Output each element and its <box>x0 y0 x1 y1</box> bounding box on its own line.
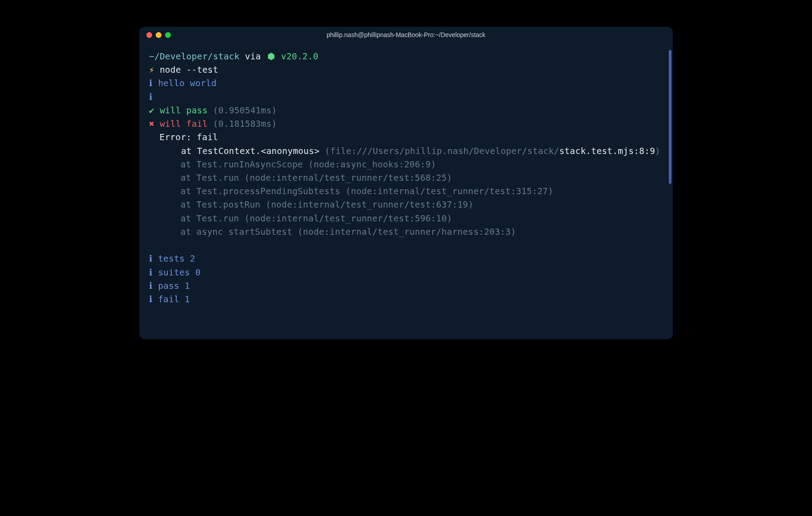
stack-at-file: stack.test.mjs:8:9 <box>559 146 655 156</box>
check-icon: ✔ <box>149 105 154 116</box>
pass-time: (0.950541ms) <box>213 105 277 116</box>
command-line: ⚡ node --test <box>149 63 663 77</box>
node-icon: ⬢ <box>266 50 276 63</box>
terminal-body[interactable]: ~/Developer/stack via ⬢ v20.2.0 ⚡ node -… <box>139 43 673 339</box>
cross-icon: ✖ <box>149 119 154 129</box>
minimize-button[interactable] <box>156 32 162 38</box>
info-icon: ℹ <box>149 294 153 304</box>
stack-line-2: at Test.runInAsyncScope (node:async_hook… <box>149 158 663 171</box>
summary-suites: ℹ suites 0 <box>149 266 663 279</box>
summary-tests: ℹ tests 2 <box>149 252 663 266</box>
info-icon: ℹ <box>149 267 153 278</box>
scrollbar[interactable] <box>669 50 671 184</box>
prompt-symbol: ⚡ <box>149 65 154 75</box>
stack-at-prefix: at TestContext.<anonymous> <box>181 146 325 156</box>
traffic-lights <box>146 32 171 38</box>
summary-fail-text: fail 1 <box>158 294 190 304</box>
stack-line-6: at Test.run (node:internal/test_runner/t… <box>149 212 663 225</box>
summary-pass-text: pass 1 <box>158 281 190 291</box>
info-icon: ℹ <box>149 92 153 102</box>
summary-suites-text: suites 0 <box>158 267 201 278</box>
pass-name: will pass <box>160 105 207 116</box>
command-text: node --test <box>160 65 218 75</box>
node-version: v20.2.0 <box>281 51 319 62</box>
stack-line-1: at TestContext.<anonymous> (file:///User… <box>149 145 663 158</box>
error-header: Error: fail <box>159 132 218 142</box>
stack-line-5: at Test.postRun (node:internal/test_runn… <box>149 198 663 212</box>
summary-tests-text: tests 2 <box>158 254 195 264</box>
blank-line <box>149 239 663 252</box>
test-fail-line: ✖ will fail (0.181583ms) <box>149 117 663 131</box>
stack-line-7: at async startSubtest (node:internal/tes… <box>149 225 663 239</box>
prompt-path: ~/Developer/stack <box>149 51 240 62</box>
info-icon: ℹ <box>149 281 153 291</box>
diag-text: hello world <box>158 78 216 88</box>
terminal-window: phillip.nash@phillipnash-MacBook-Pro:~/D… <box>139 27 673 339</box>
info-icon: ℹ <box>149 254 153 264</box>
summary-pass: ℹ pass 1 <box>149 279 663 293</box>
window-title: phillip.nash@phillipnash-MacBook-Pro:~/D… <box>146 31 666 38</box>
prompt-via: via <box>245 51 261 62</box>
summary-fail: ℹ fail 1 <box>149 293 663 306</box>
fail-time: (0.181583ms) <box>213 119 277 129</box>
error-header-line: Error: fail <box>149 131 663 144</box>
close-button[interactable] <box>146 32 152 38</box>
fail-name: will fail <box>160 119 207 129</box>
titlebar: phillip.nash@phillipnash-MacBook-Pro:~/D… <box>139 27 673 43</box>
stack-line-4: at Test.processPendingSubtests (node:int… <box>149 185 663 198</box>
maximize-button[interactable] <box>165 32 171 38</box>
info-icon: ℹ <box>149 78 153 88</box>
diag-line-empty: ℹ <box>149 91 663 104</box>
prompt-line: ~/Developer/stack via ⬢ v20.2.0 <box>149 50 663 63</box>
stack-line-3: at Test.run (node:internal/test_runner/t… <box>149 171 663 185</box>
diag-line-1: ℹ hello world <box>149 77 663 90</box>
stack-at-path: (file:///Users/phillip.nash/Developer/st… <box>325 146 559 156</box>
stack-at-close: ) <box>655 146 660 156</box>
test-pass-line: ✔ will pass (0.950541ms) <box>149 104 663 117</box>
